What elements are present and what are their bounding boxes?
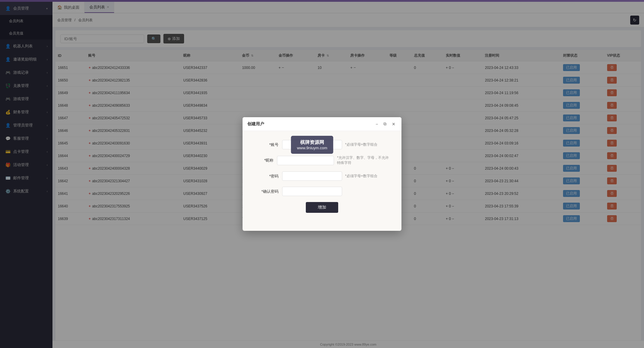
password-hint: *必须字母+数字组合 <box>345 174 377 179</box>
password-label: *密码 <box>255 174 279 179</box>
password-input[interactable] <box>282 171 342 181</box>
account-input-wrap: 棋牌资源网 www.9niuym.com <box>282 140 342 149</box>
modal-maximize-button[interactable]: ⧉ <box>382 121 388 127</box>
modal-close-button[interactable]: ✕ <box>391 121 397 127</box>
create-user-modal: 创建用户 − ⧉ ✕ *账号 棋牌资源网 www.9niuym.com *必须字… <box>243 117 401 231</box>
confirm-password-input[interactable] <box>282 187 342 196</box>
account-input[interactable] <box>282 140 342 149</box>
nickname-label: *昵称 <box>255 158 273 163</box>
form-row-account: *账号 棋牌资源网 www.9niuym.com *必须字母+数字组合 <box>255 140 389 149</box>
modal-controls: − ⧉ ✕ <box>374 121 397 127</box>
form-row-nickname: *昵称 *允许汉字、数字、字母，不允许特殊字符 <box>255 155 389 165</box>
nickname-input[interactable] <box>277 156 334 165</box>
modal-footer: 增加 <box>255 202 389 222</box>
modal-overlay[interactable]: 创建用户 − ⧉ ✕ *账号 棋牌资源网 www.9niuym.com *必须字… <box>0 0 644 348</box>
modal-title: 创建用户 <box>247 121 264 127</box>
modal-body: *账号 棋牌资源网 www.9niuym.com *必须字母+数字组合 *昵称 … <box>243 131 401 231</box>
form-row-confirm-password: *确认密码 <box>255 187 389 196</box>
account-label: *账号 <box>255 142 279 147</box>
account-hint: *必须字母+数字组合 <box>345 142 377 147</box>
nickname-hint: *允许汉字、数字、字母，不允许特殊字符 <box>337 155 389 165</box>
form-row-password: *密码 *必须字母+数字组合 <box>255 171 389 181</box>
modal-header: 创建用户 − ⧉ ✕ <box>243 117 401 131</box>
modal-minimize-button[interactable]: − <box>374 121 379 127</box>
submit-button[interactable]: 增加 <box>306 202 338 213</box>
confirm-password-label: *确认密码 <box>255 189 279 194</box>
